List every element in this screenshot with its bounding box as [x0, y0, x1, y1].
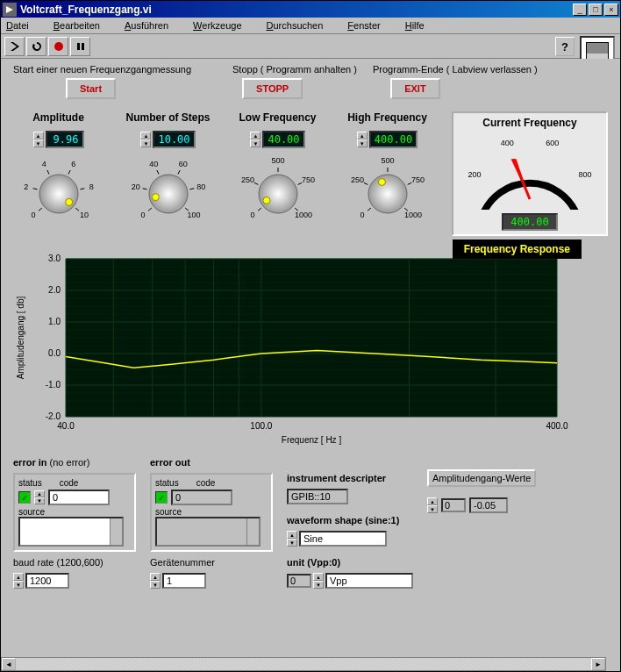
lowfreq-spinner[interactable]: ▲▼ — [250, 132, 261, 147]
highfreq-knob[interactable]: 02505007501000 — [344, 152, 432, 222]
svg-text:1000: 1000 — [404, 211, 422, 219]
svg-line-26 — [189, 189, 194, 189]
steps-spinner[interactable]: ▲▼ — [140, 132, 151, 147]
svg-point-54 — [368, 175, 407, 213]
steps-knob[interactable]: 020406080100 — [125, 152, 212, 222]
unit-spinner[interactable]: ▲▼ — [313, 573, 324, 589]
help-button[interactable]: ? — [555, 37, 575, 56]
svg-point-16 — [39, 175, 78, 213]
baud-spinner[interactable]: ▲▼ — [13, 573, 24, 589]
unit-label: unit (Vpp:0) — [287, 557, 413, 568]
error-out-code — [171, 490, 232, 505]
svg-text:1000: 1000 — [295, 211, 312, 219]
minimize-button[interactable]: _ — [573, 4, 587, 16]
svg-point-43 — [262, 197, 269, 204]
svg-text:0.0: 0.0 — [48, 348, 61, 358]
app-window: Voltcraft_Frequenzgang.vi _ □ × Datei Be… — [0, 0, 621, 672]
instrument-value — [287, 489, 348, 504]
menu-bearbeiten[interactable]: Bearbeiten — [54, 20, 112, 31]
svg-point-17 — [65, 198, 72, 205]
svg-text:0: 0 — [360, 211, 364, 219]
svg-line-10 — [68, 170, 69, 174]
svg-text:750: 750 — [410, 175, 424, 184]
svg-text:200: 200 — [468, 170, 481, 179]
error-in-code[interactable] — [48, 490, 110, 505]
svg-text:80: 80 — [196, 182, 205, 191]
svg-text:40: 40 — [149, 160, 158, 168]
highfreq-control: High Frequency ▲▼ 400.00 02505007501000 — [342, 111, 432, 224]
start-section-label: Start einer neuen Frequenzgangmessung — [13, 64, 232, 75]
amplitudengang-werte-button[interactable]: Amplitudengang-Werte — [427, 469, 536, 487]
steps-value[interactable]: 10.00 — [153, 131, 195, 148]
amplitude-spinner[interactable]: ▲▼ — [33, 132, 44, 147]
waveform-value[interactable] — [299, 531, 387, 547]
amplitude-value[interactable]: 9.96 — [46, 131, 84, 148]
svg-line-46 — [363, 182, 368, 184]
lowfreq-label: Low Frequency — [232, 111, 323, 124]
gerate-spinner[interactable]: ▲▼ — [150, 573, 161, 589]
menu-hilfe[interactable]: Hilfe — [405, 20, 437, 31]
waveform-spinner[interactable]: ▲▼ — [287, 531, 297, 547]
svg-point-55 — [378, 179, 385, 186]
titlebar: Voltcraft_Frequenzgang.vi _ □ × — [1, 1, 620, 18]
scroll-left-icon[interactable]: ◄ — [2, 658, 16, 670]
menu-werkzeuge[interactable]: Werkzeuge — [193, 20, 253, 31]
amplitude-knob[interactable]: 0246810 — [15, 152, 103, 222]
ampwerte-idx-spinner[interactable]: ▲▼ — [427, 497, 438, 513]
svg-line-44 — [368, 208, 371, 211]
svg-line-63 — [514, 159, 530, 199]
error-in-code-spinner[interactable]: ▲▼ — [34, 490, 45, 504]
menu-fenster[interactable]: Fenster — [347, 20, 392, 31]
svg-text:250: 250 — [241, 175, 254, 184]
pause-button[interactable] — [70, 37, 90, 56]
start-button[interactable]: Start — [66, 78, 116, 99]
error-in-source[interactable] — [18, 517, 124, 547]
menu-datei[interactable]: Datei — [6, 20, 41, 31]
highfreq-spinner[interactable]: ▲▼ — [357, 132, 368, 147]
maximize-button[interactable]: □ — [589, 4, 603, 16]
error-out-source — [155, 517, 261, 547]
ampwerte-idx[interactable]: 0 — [441, 498, 466, 512]
svg-text:20: 20 — [131, 182, 139, 191]
meter-value: 400.00 — [502, 213, 557, 231]
error-in-cluster: statuscode ▲▼ source — [13, 473, 136, 552]
menubar: Datei Bearbeiten Ausführen Werkzeuge Dur… — [1, 18, 620, 34]
scroll-right-icon[interactable]: ► — [591, 658, 605, 670]
svg-text:Amplitudengang [ db]: Amplitudengang [ db] — [16, 297, 25, 380]
run-continuous-button[interactable] — [26, 37, 46, 56]
chart-plot: 3.02.01.00.0-1.0-2.040.0100.0400.0Amplit… — [13, 247, 575, 448]
stopp-button[interactable]: STOPP — [242, 78, 303, 99]
stopp-section-label: Stopp ( Programm anhalten ) — [232, 64, 373, 75]
svg-line-34 — [253, 182, 258, 184]
svg-text:500: 500 — [381, 156, 394, 165]
svg-line-22 — [156, 170, 158, 174]
gerate-input[interactable] — [162, 573, 206, 589]
menu-durchsuchen[interactable]: Durchsuchen — [267, 20, 336, 31]
lowfreq-value[interactable]: 40.00 — [262, 131, 304, 148]
baud-input[interactable] — [25, 573, 69, 589]
waveform-label: waveform shape (sine:1) — [287, 515, 413, 525]
menu-ausfuhren[interactable]: Ausführen — [125, 20, 181, 31]
run-button[interactable] — [4, 37, 25, 56]
svg-text:6: 6 — [71, 160, 75, 168]
svg-text:0: 0 — [140, 211, 145, 219]
abort-button[interactable] — [48, 37, 68, 56]
unit-num: 0 — [287, 574, 311, 588]
error-in-label: error in (no error) — [13, 457, 136, 468]
exit-button[interactable]: EXIT — [390, 78, 439, 99]
horizontal-scrollbar[interactable]: ◄ ► — [1, 657, 606, 671]
frequency-response-chart: Frequency Response 3.02.01.00.0-1.0-2.04… — [13, 247, 608, 450]
highfreq-value[interactable]: 400.00 — [369, 131, 418, 148]
front-panel: Start einer neuen Frequenzgangmessung St… — [1, 59, 620, 671]
svg-point-42 — [259, 175, 297, 213]
unit-value[interactable] — [325, 573, 413, 589]
svg-text:750: 750 — [301, 175, 314, 184]
lowfreq-knob[interactable]: 02505007501000 — [234, 152, 322, 222]
close-button[interactable]: × — [604, 4, 618, 16]
meter-title: Current Frequency — [457, 117, 603, 129]
chart-legend: Frequency Response — [453, 239, 582, 259]
svg-text:60: 60 — [178, 160, 187, 168]
labview-icon — [3, 3, 17, 17]
lowfreq-control: Low Frequency ▲▼ 40.00 02505007501000 — [232, 111, 323, 224]
highfreq-label: High Frequency — [342, 111, 432, 124]
